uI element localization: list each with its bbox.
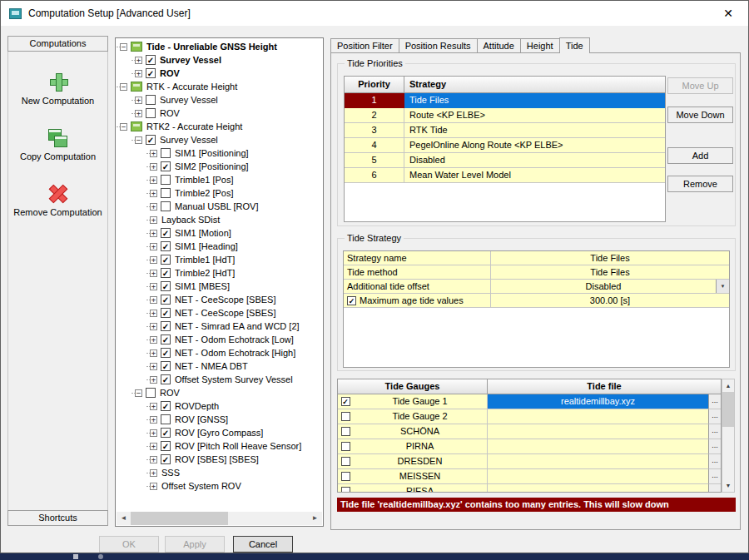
expand-icon[interactable]: + [150, 270, 157, 277]
tree-checkbox[interactable]: ✓ [161, 374, 171, 384]
strategy-value-cell[interactable]: Tide Files [491, 251, 729, 265]
tree-item[interactable]: +✓NET - Odom Echotrack [Low] [117, 333, 322, 346]
tab-tide[interactable]: Tide [559, 37, 590, 53]
tree-item[interactable]: +✓NET - CeeScope [SBES] [117, 306, 322, 320]
expand-icon[interactable]: + [150, 256, 157, 264]
gauge-checkbox[interactable] [341, 472, 350, 481]
gauge-file-cell[interactable]: realtidemillbay.xyz [488, 394, 708, 409]
tree-checkbox[interactable]: ✓ [161, 348, 171, 358]
expand-icon[interactable]: + [150, 230, 157, 237]
gauge-checkbox[interactable] [341, 412, 350, 421]
expand-icon[interactable]: + [150, 216, 157, 224]
close-button[interactable]: ✕ [717, 7, 740, 20]
expand-icon[interactable]: + [150, 363, 157, 370]
tree-item[interactable]: +✓SIM1 [Heading] [117, 240, 322, 253]
expand-icon[interactable]: + [150, 296, 157, 304]
tree-item[interactable]: +✓ROV [SBES] [SBES] [117, 453, 322, 466]
tree-checkbox[interactable] [146, 108, 156, 118]
browse-button[interactable]: ... [708, 409, 721, 424]
tree-checkbox[interactable]: ✓ [161, 454, 171, 464]
tree-item[interactable]: +✓ROV [Gyro Compass] [117, 426, 322, 439]
gauges-scroll-thumb[interactable] [722, 392, 734, 427]
sidebar-action-new-computation[interactable]: New Computation [22, 72, 94, 106]
tree-checkbox[interactable]: ✓ [161, 228, 171, 238]
gauge-file-cell[interactable] [488, 469, 708, 484]
strategy-name-cell[interactable]: ✓Maximum age tide values [344, 294, 491, 307]
browse-button[interactable]: ... [708, 484, 721, 493]
priority-cell[interactable]: 1 [345, 93, 404, 108]
browse-button[interactable]: ... [708, 394, 721, 409]
tree-checkbox[interactable] [146, 95, 156, 105]
gauge-name-cell[interactable]: SCHÖNA [353, 424, 488, 439]
tree-checkbox[interactable]: ✓ [161, 295, 171, 305]
priority-cell[interactable]: 6 [345, 168, 404, 183]
expand-icon[interactable]: + [150, 203, 157, 211]
tree-item[interactable]: +Manual USBL [ROV] [117, 200, 322, 213]
tree-checkbox[interactable] [161, 148, 171, 158]
tree-item[interactable]: −Tide - Unreliable GNSS Height [117, 40, 322, 53]
tree-item[interactable]: +✓NET - Odom Echotrack [High] [117, 346, 322, 359]
strategy-cell[interactable]: RTK Tide [404, 123, 665, 138]
tree-item[interactable]: +✓Trimble2 [HdT] [117, 266, 322, 280]
tree-item[interactable]: +✓ROVDepth [117, 399, 322, 413]
gauge-file-cell[interactable] [488, 484, 708, 493]
tree-item[interactable]: +✓Offset System Survey Vessel [117, 373, 322, 386]
collapse-icon[interactable]: − [120, 83, 127, 91]
browse-button[interactable]: ... [708, 469, 721, 484]
gauge-check-cell[interactable] [338, 409, 353, 424]
expand-icon[interactable]: + [150, 456, 157, 463]
expand-icon[interactable]: + [150, 349, 157, 357]
expand-icon[interactable]: + [150, 163, 157, 171]
expand-icon[interactable]: + [150, 176, 157, 184]
tree-item[interactable]: −ROV [117, 386, 322, 399]
priority-row[interactable]: 3RTK Tide [345, 123, 665, 138]
tree-item[interactable]: +✓ROV [Pitch Roll Heave Sensor] [117, 439, 322, 453]
expand-icon[interactable]: + [135, 70, 142, 77]
expand-icon[interactable]: + [150, 310, 157, 317]
tab-attitude[interactable]: Attitude [477, 38, 521, 52]
expand-icon[interactable]: + [150, 376, 157, 384]
strategy-value-cell[interactable]: Tide Files [491, 265, 729, 279]
collapse-icon[interactable]: − [120, 123, 127, 131]
gauge-check-cell[interactable] [338, 424, 353, 439]
tree-checkbox[interactable]: ✓ [146, 68, 156, 78]
tree-item[interactable]: +SSS [117, 466, 322, 479]
gauges-vertical-scrollbar[interactable]: ▲ ▼ [722, 379, 735, 493]
tree-item[interactable]: +✓ROV [117, 67, 322, 80]
strategy-value-cell[interactable]: 300.00 [s] [491, 294, 729, 307]
gauge-name-cell[interactable]: Tide Gauge 2 [353, 409, 488, 424]
gauge-checkbox[interactable] [341, 487, 350, 493]
strategy-name-cell[interactable]: Strategy name [344, 251, 491, 265]
tree-checkbox[interactable] [146, 388, 156, 398]
computations-header-button[interactable]: Computations [7, 36, 108, 52]
move-down-button[interactable]: Move Down [667, 107, 733, 123]
browse-button[interactable]: ... [708, 454, 721, 469]
tree-item[interactable]: +ROV [117, 107, 322, 120]
priority-row[interactable]: 5Disabled [345, 153, 665, 168]
gauge-name-cell[interactable]: PIRNA [353, 439, 488, 454]
add-button[interactable]: Add [667, 147, 733, 164]
strategy-checkbox[interactable]: ✓ [347, 296, 356, 305]
strategy-cell[interactable]: Mean Water Level Model [404, 168, 665, 183]
scroll-up-icon[interactable]: ▲ [722, 379, 734, 392]
dropdown-arrow-icon[interactable]: ▼ [716, 280, 729, 293]
tree-item[interactable]: +Trimble2 [Pos] [117, 186, 322, 200]
tree-item[interactable]: −RTK2 - Accurate Height [117, 120, 322, 133]
expand-icon[interactable]: + [150, 416, 157, 424]
priority-cell[interactable]: 3 [345, 123, 404, 138]
priority-cell[interactable]: 2 [345, 108, 404, 123]
priority-row[interactable]: 4PegelOnline Along Route <KP ELBE> [345, 138, 665, 153]
cancel-button[interactable]: Cancel [233, 536, 293, 553]
gauge-checkbox[interactable] [341, 457, 350, 466]
expand-icon[interactable]: + [150, 190, 157, 197]
strategy-cell[interactable]: PegelOnline Along Route <KP ELBE> [404, 138, 665, 153]
expand-icon[interactable]: + [150, 283, 157, 290]
gauge-name-cell[interactable]: MEISSEN [353, 469, 488, 484]
tree-checkbox[interactable]: ✓ [146, 55, 156, 65]
gauge-file-cell[interactable] [488, 409, 708, 424]
sidebar-action-remove-computation[interactable]: Remove Computation [13, 183, 102, 217]
tree-checkbox[interactable]: ✓ [161, 308, 171, 318]
tree-item[interactable]: +✓Survey Vessel [117, 53, 322, 67]
gauge-checkbox[interactable] [341, 442, 350, 451]
tab-height[interactable]: Height [520, 38, 560, 52]
